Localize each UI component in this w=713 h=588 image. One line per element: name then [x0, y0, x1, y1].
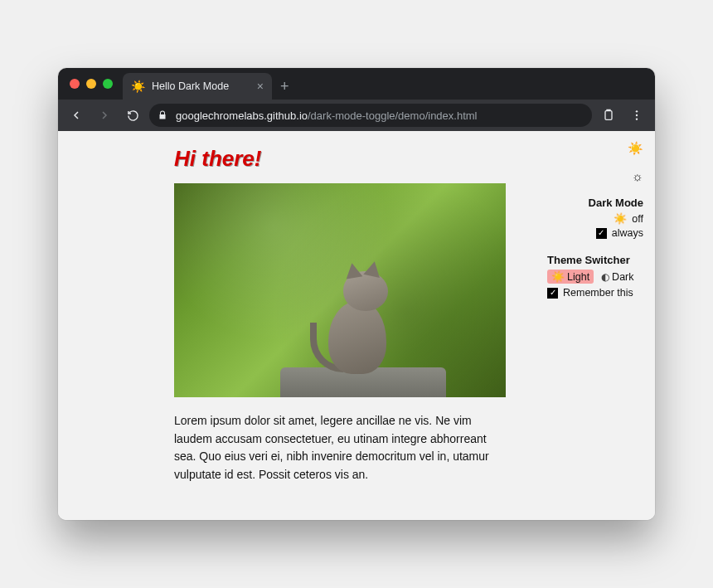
sidebar: ☀️ ☼ Dark Mode ☀️ off ✓ always Theme Swi…	[547, 131, 655, 520]
sun-icon: ☀️	[614, 212, 627, 225]
svg-point-2	[636, 114, 638, 116]
main-content: Hi there! Lorem ipsum dolor sit amet, le…	[58, 131, 547, 520]
minimize-window-button[interactable]	[86, 79, 96, 89]
browser-toolbar: googlechromelabs.github.io/dark-mode-tog…	[58, 100, 655, 131]
fullscreen-window-button[interactable]	[103, 79, 113, 89]
svg-point-3	[636, 118, 638, 119]
kitten-illustration	[313, 256, 413, 397]
menu-button[interactable]	[625, 104, 648, 127]
dark-mode-always-label: always	[612, 227, 643, 239]
url-path: /dark-mode-toggle/demo/index.html	[308, 109, 478, 122]
lock-icon	[158, 110, 169, 120]
url-host: googlechromelabs.github.io	[176, 109, 308, 122]
page-viewport: Hi there! Lorem ipsum dolor sit amet, le…	[58, 131, 655, 520]
dark-mode-off-label: off	[632, 213, 643, 225]
page-title: Hi there!	[174, 146, 536, 172]
always-checkbox[interactable]: ✓	[596, 228, 607, 239]
moon-icon: ◐	[601, 271, 609, 283]
sidebar-top-icons: ☀️ ☼	[547, 141, 643, 183]
svg-point-1	[636, 110, 638, 112]
sun-icon: ☀️	[551, 270, 565, 283]
dark-mode-always-row[interactable]: ✓ always	[547, 227, 643, 239]
sun-icon[interactable]: ☀️	[547, 141, 643, 156]
tab-strip: ☀️ Hello Dark Mode × +	[58, 68, 655, 100]
theme-switcher-heading: Theme Switcher	[547, 254, 643, 266]
hero-image	[174, 183, 506, 397]
new-tab-button[interactable]: +	[272, 73, 298, 100]
url-text: googlechromelabs.github.io/dark-mode-tog…	[176, 109, 478, 122]
body-paragraph: Lorem ipsum dolor sit amet, legere ancil…	[174, 412, 506, 484]
theme-dark-option[interactable]: ◐ Dark	[597, 270, 638, 284]
browser-window: ☀️ Hello Dark Mode × + googlechromela	[58, 68, 655, 520]
close-window-button[interactable]	[70, 79, 80, 89]
back-button[interactable]	[65, 104, 88, 127]
sun-icon: ☀️	[131, 80, 145, 93]
close-tab-button[interactable]: ×	[257, 80, 264, 93]
remember-label: Remember this	[563, 287, 633, 299]
dark-mode-heading: Dark Mode	[547, 197, 643, 209]
tab-title: Hello Dark Mode	[152, 80, 229, 92]
theme-light-option[interactable]: ☀️ Light	[547, 270, 594, 284]
forward-button[interactable]	[93, 104, 116, 127]
extensions-button[interactable]	[597, 104, 620, 127]
theme-light-label: Light	[567, 271, 589, 283]
remember-row[interactable]: ✓ Remember this	[547, 287, 643, 299]
window-controls	[66, 68, 118, 100]
reload-button[interactable]	[121, 104, 144, 127]
remember-checkbox[interactable]: ✓	[547, 288, 558, 299]
address-bar[interactable]: googlechromelabs.github.io/dark-mode-tog…	[149, 104, 592, 127]
svg-rect-0	[605, 111, 612, 120]
browser-chrome: ☀️ Hello Dark Mode × + googlechromela	[58, 68, 655, 131]
theme-dark-label: Dark	[612, 271, 633, 283]
browser-tab[interactable]: ☀️ Hello Dark Mode ×	[123, 73, 272, 100]
dark-mode-off-row[interactable]: ☀️ off	[547, 212, 643, 225]
theme-switcher-segmented: ☀️ Light ◐ Dark	[547, 270, 643, 284]
brightness-icon[interactable]: ☼	[547, 169, 643, 183]
